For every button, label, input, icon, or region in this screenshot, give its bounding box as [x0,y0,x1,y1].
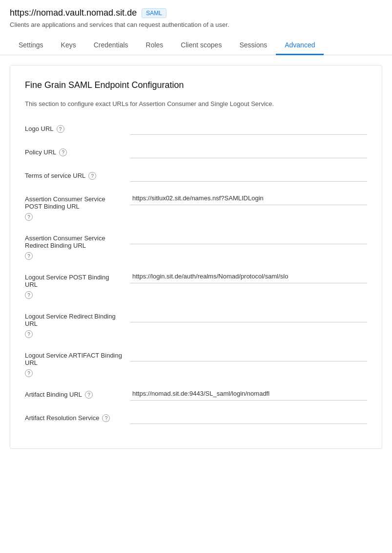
form-row-artifact-resolution: Artifact Resolution Service? [25,410,367,424]
form-row-assertion-consumer-redirect: Assertion Consumer Service Redirect Bind… [25,231,367,260]
help-icon-logo-url[interactable]: ? [57,125,64,133]
input-assertion-consumer-redirect[interactable] [130,231,367,244]
page-title: https://nomad.vault.nomad.sit.de [10,8,137,18]
tab-settings[interactable]: Settings [10,36,52,55]
input-terms-of-service-url[interactable] [130,168,367,182]
input-assertion-consumer-post[interactable] [130,191,367,205]
input-policy-url[interactable] [130,145,367,158]
label-col-assertion-consumer-redirect: Assertion Consumer Service Redirect Bind… [25,231,123,260]
page-header: https://nomad.vault.nomad.sit.de SAML Cl… [0,0,392,32]
label-assertion-consumer-post: Assertion Consumer Service POST Binding … [25,195,123,210]
tab-credentials[interactable]: Credentials [85,36,137,55]
input-col-artifact-binding [130,387,367,401]
label-logout-redirect: Logout Service Redirect Binding URL [25,313,123,327]
page-subtitle: Clients are applications and services th… [10,21,382,28]
help-icon-logout-artifact[interactable]: ? [25,369,33,377]
saml-badge: SAML [142,8,166,18]
form-row-terms-of-service-url: Terms of service URL? [25,168,367,182]
form-fields: Logo URL?Policy URL?Terms of service URL… [25,121,367,424]
help-icon-logout-post[interactable]: ? [25,291,33,299]
input-col-logout-redirect [130,309,367,322]
tab-advanced[interactable]: Advanced [276,36,324,55]
input-logo-url[interactable] [130,121,367,135]
label-policy-url: Policy URL [25,149,56,156]
input-col-logout-post [130,270,367,283]
label-col-logout-artifact: Logout Service ARTIFACT Binding URL? [25,348,123,377]
help-icon-artifact-binding[interactable]: ? [85,391,93,399]
label-col-artifact-binding: Artifact Binding URL? [25,387,123,399]
input-col-logout-artifact [130,348,367,362]
input-logout-post[interactable] [130,270,367,283]
label-logout-artifact: Logout Service ARTIFACT Binding URL [25,352,123,366]
input-logout-redirect[interactable] [130,309,367,322]
label-col-policy-url: Policy URL? [25,145,123,156]
help-icon-assertion-consumer-redirect[interactable]: ? [25,252,33,260]
input-artifact-resolution[interactable] [130,410,367,424]
input-col-terms-of-service-url [130,168,367,182]
section-title: Fine Grain SAML Endpoint Configuration [25,80,367,90]
tab-sessions[interactable]: Sessions [230,36,276,55]
form-row-logout-redirect: Logout Service Redirect Binding URL? [25,309,367,338]
content-panel: Fine Grain SAML Endpoint Configuration T… [10,65,382,449]
input-col-assertion-consumer-redirect [130,231,367,244]
help-icon-logout-redirect[interactable]: ? [25,330,33,338]
label-logout-post: Logout Service POST Binding URL [25,274,123,288]
input-col-policy-url [130,145,367,158]
tab-client-scopes[interactable]: Client scopes [172,36,230,55]
help-icon-artifact-resolution[interactable]: ? [102,414,110,422]
label-logo-url: Logo URL [25,125,54,132]
help-icon-policy-url[interactable]: ? [59,149,67,156]
input-col-artifact-resolution [130,410,367,424]
label-col-artifact-resolution: Artifact Resolution Service? [25,410,123,422]
label-col-assertion-consumer-post: Assertion Consumer Service POST Binding … [25,191,123,221]
form-row-assertion-consumer-post: Assertion Consumer Service POST Binding … [25,191,367,221]
input-col-logo-url [130,121,367,135]
label-artifact-binding: Artifact Binding URL [25,391,82,398]
label-assertion-consumer-redirect: Assertion Consumer Service Redirect Bind… [25,234,123,249]
label-col-terms-of-service-url: Terms of service URL? [25,168,123,180]
input-artifact-binding[interactable] [130,387,367,401]
label-artifact-resolution: Artifact Resolution Service [25,414,99,422]
label-col-logout-post: Logout Service POST Binding URL? [25,270,123,299]
form-row-logo-url: Logo URL? [25,121,367,135]
help-icon-terms-of-service-url[interactable]: ? [88,172,96,180]
section-description: This section to configure exact URLs for… [25,100,367,107]
form-row-logout-artifact: Logout Service ARTIFACT Binding URL? [25,348,367,377]
input-col-assertion-consumer-post [130,191,367,205]
form-row-logout-post: Logout Service POST Binding URL? [25,270,367,299]
form-row-artifact-binding: Artifact Binding URL? [25,387,367,401]
help-icon-assertion-consumer-post[interactable]: ? [25,213,33,221]
tab-keys[interactable]: Keys [52,36,85,55]
label-col-logout-redirect: Logout Service Redirect Binding URL? [25,309,123,338]
label-col-logo-url: Logo URL? [25,121,123,133]
form-row-policy-url: Policy URL? [25,145,367,158]
label-terms-of-service-url: Terms of service URL [25,172,85,179]
input-logout-artifact[interactable] [130,348,367,362]
tab-roles[interactable]: Roles [137,36,172,55]
tabs-bar: SettingsKeysCredentialsRolesClient scope… [0,36,392,55]
